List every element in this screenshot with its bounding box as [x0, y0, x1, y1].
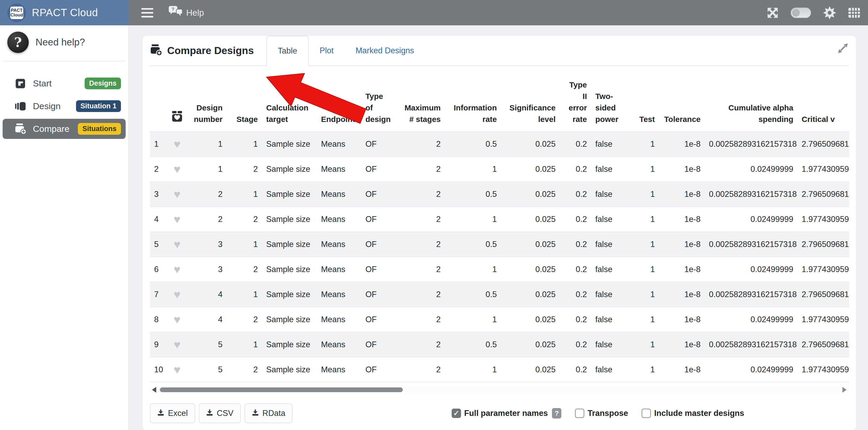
checkbox-box[interactable]	[642, 408, 651, 418]
cell-alpha: 0.02499999	[705, 207, 798, 232]
grid-apps-icon[interactable]	[848, 7, 860, 18]
col-header-beta: Type II error rate	[560, 76, 591, 132]
col-header-heart	[167, 76, 188, 132]
scroll-right-icon[interactable]	[842, 387, 846, 393]
scroll-left-icon[interactable]	[152, 387, 156, 393]
cell-sig: 0.025	[501, 132, 560, 157]
cell-crit: 1.97743095941	[798, 157, 849, 182]
cell-idx: 6	[150, 257, 167, 282]
cell-stage: 2	[227, 357, 262, 382]
cell-heart[interactable]: ♥	[167, 232, 188, 257]
cell-two: false	[591, 207, 630, 232]
mark-design-heart-icon[interactable]: ♥	[174, 238, 181, 251]
cell-crit: 2.79650968146	[798, 232, 849, 257]
cell-heart[interactable]: ♥	[167, 357, 188, 382]
fullscreen-icon[interactable]	[767, 7, 779, 19]
cell-endpoint: Means	[317, 157, 361, 182]
cell-heart[interactable]: ♥	[167, 257, 188, 282]
start-badge: Designs	[85, 77, 121, 89]
cell-max: 2	[394, 332, 445, 357]
cell-alpha: 0.02499999	[705, 157, 798, 182]
excel-export-button[interactable]: Excel	[150, 403, 195, 423]
table-row[interactable]: 3♥21Sample sizeMeansOF20.50.0250.2false1…	[150, 182, 849, 207]
table-row[interactable]: 2♥12Sample sizeMeansOF210.0250.2false11e…	[150, 157, 849, 182]
checkbox-label: Transpose	[587, 408, 628, 418]
checkbox-box[interactable]	[452, 408, 461, 418]
cell-heart[interactable]: ♥	[167, 157, 188, 182]
start-icon	[14, 78, 26, 89]
cell-max: 2	[394, 357, 445, 382]
theme-toggle[interactable]	[791, 7, 811, 18]
csv-export-button[interactable]: CSV	[199, 403, 241, 423]
mark-design-heart-icon[interactable]: ♥	[174, 188, 181, 200]
table-row[interactable]: 4♥22Sample sizeMeansOF210.0250.2false11e…	[150, 207, 849, 232]
rdata-export-button[interactable]: RData	[245, 403, 293, 423]
panel-title: Compare Designs	[150, 36, 254, 66]
cell-sig: 0.025	[501, 282, 560, 307]
scrollbar-track[interactable]	[158, 387, 842, 393]
cell-sig: 0.025	[501, 307, 560, 332]
sidebar-item-start[interactable]: Start Designs	[3, 73, 126, 94]
cell-heart[interactable]: ♥	[167, 282, 188, 307]
settings-sun-icon[interactable]	[823, 6, 836, 19]
full-parameter-names-checkbox[interactable]: Full parameter names ?	[452, 408, 561, 419]
col-header-design: Design number	[188, 76, 227, 132]
include-master-designs-checkbox[interactable]: Include master designs	[642, 408, 744, 418]
mark-design-heart-icon[interactable]: ♥	[174, 363, 181, 376]
card-header: Compare Designs Table Plot Marked Design…	[150, 36, 849, 66]
tab-marked-designs[interactable]: Marked Designs	[344, 36, 425, 66]
sidebar-item-label: Compare	[33, 124, 69, 134]
help-tooltip-icon[interactable]: ?	[552, 408, 561, 419]
table-row[interactable]: 9♥51Sample sizeMeansOF20.50.0250.2false1…	[150, 332, 849, 357]
sidebar-toggle-icon[interactable]	[141, 8, 153, 18]
checkbox-box[interactable]	[575, 408, 584, 418]
transpose-checkbox[interactable]: Transpose	[575, 408, 628, 418]
scrollbar-thumb[interactable]	[160, 388, 403, 392]
cell-info: 1	[445, 357, 501, 382]
rpact-logo[interactable]: PACT Cloud	[7, 3, 26, 22]
horizontal-scrollbar[interactable]	[150, 387, 849, 393]
sidebar-item-design[interactable]: Design Situation 1	[3, 96, 126, 116]
mark-design-heart-icon[interactable]: ♥	[174, 288, 181, 301]
help-menu[interactable]: ? Help	[168, 6, 204, 20]
cell-sig: 0.025	[501, 157, 560, 182]
cell-heart[interactable]: ♥	[167, 182, 188, 207]
tab-bar: Table Plot Marked Designs	[267, 36, 425, 66]
table-row[interactable]: 8♥42Sample sizeMeansOF210.0250.2false11e…	[150, 307, 849, 332]
table-row[interactable]: 1♥11Sample sizeMeansOF20.50.0250.2false1…	[150, 132, 849, 157]
cell-crit: 2.79650968146	[798, 132, 849, 157]
question-mark-avatar: ?	[7, 32, 29, 53]
cell-idx: 7	[150, 282, 167, 307]
cell-alpha: 0.002582893162157318	[705, 282, 798, 307]
col-header-max: Maximum # stages	[394, 76, 445, 132]
compare-designs-card: Compare Designs Table Plot Marked Design…	[142, 35, 856, 430]
table-row[interactable]: 6♥32Sample sizeMeansOF210.0250.2false11e…	[150, 257, 849, 282]
need-help-item[interactable]: ? Need help?	[0, 25, 128, 58]
cell-alpha: 0.002582893162157318	[705, 182, 798, 207]
mark-design-heart-icon[interactable]: ♥	[174, 313, 181, 326]
tab-table[interactable]: Table	[267, 36, 309, 66]
cell-heart[interactable]: ♥	[167, 307, 188, 332]
mark-design-heart-icon[interactable]: ♥	[174, 138, 181, 151]
cell-endpoint: Means	[317, 132, 361, 157]
cell-crit: 2.79650968146	[798, 282, 849, 307]
cell-heart[interactable]: ♥	[167, 132, 188, 157]
tab-plot[interactable]: Plot	[309, 36, 344, 66]
mark-design-heart-icon[interactable]: ♥	[174, 163, 181, 175]
sidebar-item-compare[interactable]: Compare Situations	[3, 119, 126, 139]
cell-test: 1	[630, 207, 659, 232]
cell-two: false	[591, 307, 630, 332]
rpact-logo-text: PACT Cloud	[10, 6, 23, 19]
table-row[interactable]: 7♥41Sample sizeMeansOF20.50.0250.2false1…	[150, 282, 849, 307]
sidebar-divider	[3, 61, 125, 61]
table-row[interactable]: 10♥52Sample sizeMeansOF210.0250.2false11…	[150, 357, 849, 382]
mark-design-heart-icon[interactable]: ♥	[174, 213, 181, 226]
cell-heart[interactable]: ♥	[167, 207, 188, 232]
mark-design-heart-icon[interactable]: ♥	[174, 338, 181, 351]
cell-heart[interactable]: ♥	[167, 332, 188, 357]
sidebar: ? Need help? Start Designs Design	[0, 25, 129, 430]
compare-icon	[14, 123, 26, 135]
table-row[interactable]: 5♥31Sample sizeMeansOF20.50.0250.2false1…	[150, 232, 849, 257]
mark-design-heart-icon[interactable]: ♥	[174, 263, 181, 276]
expand-card-icon[interactable]	[838, 43, 848, 55]
